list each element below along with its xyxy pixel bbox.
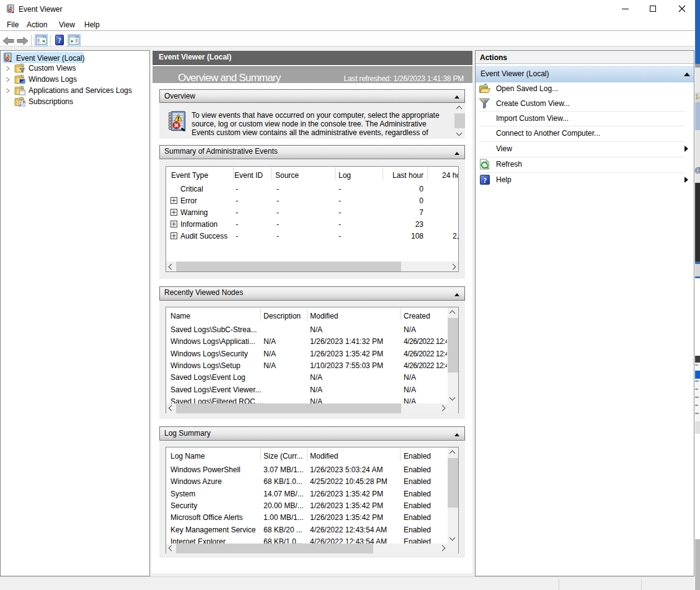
svg-text:?: ? (58, 36, 61, 45)
svg-text:?: ? (483, 177, 487, 184)
